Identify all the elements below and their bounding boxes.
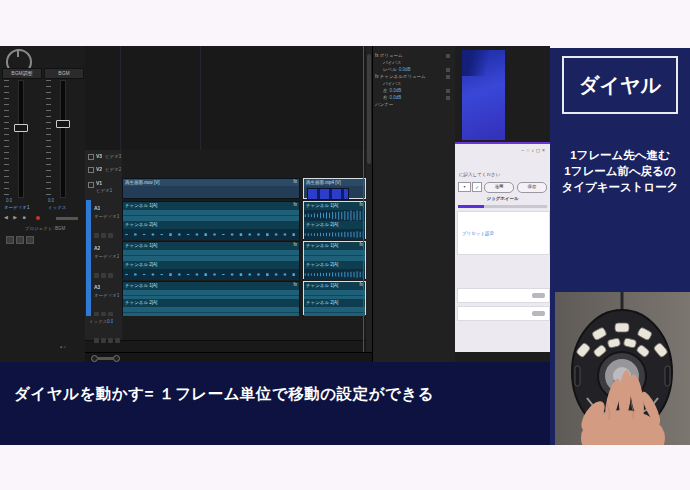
track-header-master[interactable]: 0.0 ミックス [85, 316, 123, 341]
fx-badge[interactable]: fx [293, 179, 297, 184]
track-header-v2[interactable]: V2 ビデオ2 [85, 163, 123, 177]
db-scale-ticks [46, 80, 51, 196]
track-label: オーディオ1 [94, 214, 119, 219]
channel-name: ミックス [48, 205, 82, 210]
video-editor-window: M BGM調整 BGM 0.0 0.0 オーディオ1 ミックス ◀ ▶ ■ プロ… [0, 46, 550, 362]
transport-meter [56, 217, 78, 220]
track-header-a1[interactable]: A1 オーディオ1 [85, 200, 123, 241]
jog-controller-illustration [555, 292, 690, 445]
track-header-a3[interactable]: A3 オーディオ3 [85, 280, 123, 317]
preset-dropdown[interactable]: ▾ [458, 182, 471, 192]
audio-clip-selected[interactable]: fx チャンネル 1[A] チャンネル 2[A] [303, 241, 366, 279]
tutorial-side-panel: ダイヤル 1フレーム先へ進む 1フレーム前へ戻るの タイプキーストローク [550, 48, 690, 445]
mixer-mode-button[interactable] [26, 236, 34, 244]
audio-waveform [304, 269, 365, 280]
effect-row[interactable]: バイパス [383, 80, 453, 87]
caption-text: ダイヤルを動かす= １フレーム単位で移動の設定ができる [14, 384, 434, 405]
volume-fader[interactable] [14, 124, 28, 132]
close-icon: × [542, 147, 547, 153]
mapping-row[interactable] [457, 306, 550, 321]
track-arm-indicator[interactable] [86, 280, 91, 316]
audio-channel-label: チャンネル 2[A] [304, 261, 365, 269]
channel-header-dropdown[interactable]: BGM [44, 68, 84, 79]
row-badge[interactable] [532, 293, 545, 298]
track-arm-indicator[interactable] [86, 200, 91, 240]
transport-controls[interactable]: ◀ ▶ ■ [4, 214, 28, 220]
track-badge: V1 [96, 180, 102, 186]
fx-badge[interactable]: fx [293, 202, 297, 207]
effect-row[interactable]: パンナー [375, 101, 453, 108]
track-label: オーディオ3 [94, 293, 119, 298]
lock-icon[interactable] [88, 167, 94, 173]
effect-row[interactable]: fx チャンネルボリューム [375, 73, 453, 80]
audio-channel-label: チャンネル 1[A] [123, 242, 299, 250]
enable-checkbox[interactable]: ✓ [472, 182, 482, 192]
track-badge: V2 [96, 166, 102, 172]
audio-waveform [304, 210, 365, 221]
save-button[interactable]: 保存 [517, 182, 547, 193]
track-lane[interactable] [122, 150, 366, 164]
effect-controls-panel: fx ボリューム バイパス レベル0.0dB fx チャンネルボリューム バイパ… [372, 46, 456, 362]
track-label: ビデオ3 [105, 154, 121, 159]
track-label: ミックス [89, 319, 107, 324]
mixer-mode-button[interactable] [6, 236, 14, 244]
effect-row[interactable]: 左0.0dB [383, 87, 453, 94]
fader-value: 0.0 [48, 198, 54, 203]
db-scale-ticks [4, 80, 9, 196]
lock-icon[interactable] [88, 182, 94, 188]
track-badge: A3 [94, 284, 100, 290]
lock-icon[interactable] [88, 154, 94, 160]
jog-controller-photo [555, 292, 690, 445]
audio-clip[interactable]: fx チャンネル 1[A] チャンネル 2[A] [122, 281, 300, 315]
effect-row[interactable]: レベル0.0dB [383, 66, 453, 73]
panel-footer-icons[interactable]: ▪ ▫ [60, 344, 66, 350]
zoom-slider-track[interactable] [97, 357, 113, 360]
audio-channel-label: チャンネル 1[A] [304, 242, 365, 250]
track-header-v3[interactable]: V3 ビデオ3 [85, 150, 123, 164]
description-line: タイプキーストローク [550, 180, 690, 195]
effect-row[interactable]: バイパス [383, 59, 453, 66]
mixer-mode-button[interactable] [16, 236, 24, 244]
progress-bar [458, 205, 547, 208]
effect-row[interactable]: fx ボリューム [375, 52, 453, 59]
video-clip-selected[interactable]: 再生画面.mp4 [V] [303, 178, 366, 199]
mixer-status-text: プロジェクト: BGM [10, 226, 80, 231]
timeline-gridline [200, 46, 201, 150]
mapping-row[interactable] [457, 288, 550, 303]
track-arm-indicator[interactable] [86, 240, 91, 280]
audio-clip[interactable]: fx チャンネル 1[A] チャンネル 2[A] [122, 201, 300, 239]
dialog-titlebar-icons[interactable]: −○♪◻× [521, 147, 547, 153]
record-button[interactable] [36, 216, 40, 220]
row-badge[interactable] [532, 311, 545, 316]
audio-clip-selected[interactable]: fx チャンネル 1[A] チャンネル 2[A] [303, 281, 366, 315]
channel-header-dropdown[interactable]: BGM調整 [2, 68, 42, 79]
video-clip[interactable]: 再生画面.mov [V] fx [122, 178, 300, 199]
description-line: 1フレーム前へ戻るの [550, 164, 690, 179]
track-lane[interactable] [122, 163, 366, 177]
audio-channel-label: チャンネル 1[A] [123, 282, 299, 290]
effect-row[interactable]: 右0.0dB [383, 94, 453, 101]
apply-button[interactable]: 適用 [484, 182, 514, 193]
fx-badge[interactable]: fx [293, 282, 297, 287]
device-settings-dialog: −○♪◻× に記入してください ▾ ✓ 適用 保存 ジョグホイール プリセット設… [455, 142, 550, 352]
zoom-slider-handle[interactable] [113, 355, 120, 362]
audio-channel-label: チャンネル 2[A] [304, 221, 365, 229]
settings-card: プリセット設定 [457, 211, 550, 255]
track-label: ビデオ2 [105, 167, 121, 172]
track-label: ビデオ1 [96, 188, 112, 193]
audio-clip[interactable]: fx チャンネル 1[A] チャンネル 2[A] [122, 241, 300, 279]
description-line: 1フレーム先へ進む [550, 148, 690, 163]
audio-clip-selected[interactable]: fx チャンネル 1[A] チャンネル 2[A] [303, 201, 366, 239]
dialog-instruction: に記入してください [459, 172, 547, 177]
settings-link[interactable]: プリセット設定 [462, 231, 494, 236]
playhead[interactable] [363, 46, 364, 352]
volume-fader[interactable] [56, 120, 70, 128]
audio-waveform [123, 229, 299, 240]
track-header-v1[interactable]: V1 ビデオ1 [85, 176, 123, 201]
master-buttons[interactable] [94, 329, 122, 347]
fx-badge[interactable]: fx [293, 242, 297, 247]
track-header-a2[interactable]: A2 オーディオ2 [85, 240, 123, 281]
audio-channel-label: チャンネル 2[A] [304, 299, 365, 307]
track-lane[interactable] [122, 316, 366, 341]
track-badge: V3 [96, 153, 102, 159]
